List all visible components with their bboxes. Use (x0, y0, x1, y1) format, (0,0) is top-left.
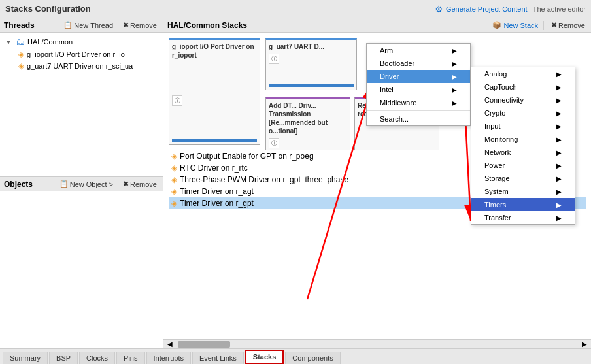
sub-system[interactable]: System ▶ (471, 185, 575, 198)
stacks-panel-header: HAL/Common Stacks 📦 New Stack ✖ Remove (163, 18, 591, 33)
tab-components[interactable]: Components (285, 352, 340, 364)
sub-storage-arrow: ▶ (556, 175, 562, 182)
tab-components-label: Components (292, 354, 333, 362)
ctx-intel[interactable]: Intel ▶ (367, 83, 470, 96)
list-label-rtc: RTC Driver on r_rtc (180, 163, 248, 173)
folder-icon: 🗂 (16, 37, 25, 47)
horizontal-scrollbar[interactable]: ◀ ▶ (163, 339, 591, 348)
sub-transfer[interactable]: Transfer ▶ (471, 211, 575, 224)
component-icon: ◈ (18, 50, 24, 59)
new-thread-button[interactable]: 📋 New Thread (61, 20, 115, 30)
stack-card-ioport[interactable]: g_ioport I/O Port Driver on r_ioport ⓘ (169, 38, 260, 145)
threads-title: Threads (4, 21, 35, 30)
ctx-search-label: Search... (380, 115, 409, 123)
tree-item-halcommon[interactable]: ▼ 🗂 HAL/Common (3, 35, 160, 48)
remove-thread-button[interactable]: ✖ Remove (121, 20, 159, 30)
tab-summary[interactable]: Summary (3, 352, 48, 364)
tree-item-uart[interactable]: ◈ g_uart7 UART Driver on r_sci_ua (16, 60, 160, 72)
stack-card-uart[interactable]: g_uart7 UART D... ⓘ (265, 38, 357, 90)
middle-panel: HAL/Common Stacks 📦 New Stack ✖ Remove g… (163, 18, 591, 348)
tab-clocks-label: Clocks (86, 354, 108, 362)
tree-label-ioport: g_ioport I/O Port Driver on r_io (27, 50, 125, 58)
threads-actions: 📋 New Thread ✖ Remove (61, 20, 159, 30)
sub-analog-label: Analog (484, 70, 507, 78)
tx-info-btn[interactable]: ⓘ (269, 138, 279, 148)
threads-panel-header: Threads 📋 New Thread ✖ Remove (0, 18, 163, 33)
scroll-right-btn[interactable]: ▶ (578, 340, 591, 348)
sub-monitoring[interactable]: Monitoring ▶ (471, 133, 575, 146)
sub-power[interactable]: Power ▶ (471, 159, 575, 172)
sub-connectivity[interactable]: Connectivity ▶ (471, 93, 575, 107)
tab-pins-label: Pins (124, 354, 137, 362)
sub-system-label: System (484, 188, 509, 195)
sub-connectivity-label: Connectivity (484, 96, 524, 104)
new-stack-button[interactable]: 📦 New Stack (492, 21, 538, 29)
left-panel: Threads 📋 New Thread ✖ Remove ▼ 🗂 HAL/Co… (0, 18, 163, 348)
uart-progress (269, 84, 354, 87)
separator (118, 21, 118, 30)
sub-transfer-label: Transfer (484, 214, 511, 222)
remove-stack-button[interactable]: ✖ Remove (549, 20, 587, 30)
remove-object-button[interactable]: ✖ Remove (121, 179, 159, 189)
sub-captouch-arrow: ▶ (556, 84, 562, 91)
ctx-arm[interactable]: Arm ▶ (367, 44, 470, 57)
ctx-search[interactable]: Search... (367, 112, 470, 125)
sep3 (543, 21, 544, 30)
sub-input-label: Input (484, 122, 500, 130)
tree-item-ioport[interactable]: ◈ g_ioport I/O Port Driver on r_io (16, 48, 160, 60)
ctx-driver-arrow: ▶ (452, 73, 457, 80)
ctx-middleware[interactable]: Middleware ▶ (367, 96, 470, 109)
scroll-left-btn[interactable]: ◀ (163, 340, 177, 348)
tree-label-uart: g_uart7 UART Driver on r_sci_ua (27, 62, 133, 70)
ctx-bootloader[interactable]: Bootloader ▶ (367, 57, 470, 70)
ctx-middleware-arrow: ▶ (452, 99, 457, 107)
tab-event-links[interactable]: Event Links (192, 352, 244, 364)
list-icon-agt: ◈ (171, 187, 177, 196)
new-obj-icon: 📋 (59, 180, 69, 188)
ctx-separator (367, 110, 470, 111)
driver-submenu: Analog ▶ CapTouch ▶ Connectivity ▶ Crypt… (471, 67, 575, 225)
tab-interrupts-label: Interrupts (154, 354, 184, 362)
top-bar-right: ⚙ Generate Project Content The active ed… (435, 4, 586, 14)
ctx-driver[interactable]: Driver ▶ (367, 70, 470, 83)
new-object-button[interactable]: 📋 New Object > (58, 179, 115, 189)
objects-actions: 📋 New Object > ✖ Remove (58, 179, 159, 189)
tab-clocks[interactable]: Clocks (79, 352, 115, 364)
separator2 (118, 180, 118, 189)
stack-card-ioport-title: g_ioport I/O Port Driver on r_ioport (172, 42, 257, 59)
expand-icon: ▼ (5, 39, 13, 46)
sub-storage[interactable]: Storage ▶ (471, 172, 575, 185)
list-icon-rgt: ◈ (171, 199, 177, 208)
active-editor-label: The active editor (533, 5, 586, 13)
sub-input-arrow: ▶ (556, 123, 562, 130)
sub-network[interactable]: Network ▶ (471, 146, 575, 159)
ctx-bootloader-arrow: ▶ (452, 60, 457, 67)
bottom-tabs: Summary BSP Clocks Pins Interrupts Event… (0, 348, 591, 364)
stacks-actions: 📦 New Stack ✖ Remove (492, 20, 587, 30)
list-label-rgt: Timer Driver on r_gpt (180, 199, 254, 208)
uart-info-btn[interactable]: ⓘ (269, 54, 279, 64)
sub-captouch[interactable]: CapTouch ▶ (471, 80, 575, 93)
objects-tree-area (1, 193, 161, 254)
stack-card-transmission[interactable]: Add DT... Driv... Transmission [Re...mme… (265, 97, 350, 150)
sub-monitoring-arrow: ▶ (556, 136, 562, 143)
sub-crypto[interactable]: Crypto ▶ (471, 107, 575, 120)
tab-stacks[interactable]: Stacks (245, 350, 284, 364)
sub-timers[interactable]: Timers ▶ (471, 198, 575, 211)
tab-pins[interactable]: Pins (116, 352, 144, 364)
sub-analog[interactable]: Analog ▶ (471, 67, 575, 80)
generate-project-content-button[interactable]: ⚙ Generate Project Content (435, 4, 528, 14)
page-title: Stacks Configuration (5, 4, 91, 14)
sub-network-label: Network (484, 148, 511, 156)
sub-power-label: Power (484, 161, 505, 169)
list-label-agt: Timer Driver on r_agt (180, 187, 254, 196)
primary-context-menu: Arm ▶ Bootloader ▶ Driver ▶ Intel ▶ Midd… (366, 43, 471, 126)
ioport-info-btn[interactable]: ⓘ (172, 95, 182, 106)
scroll-thumb[interactable] (178, 341, 230, 348)
sub-timers-arrow: ▶ (556, 201, 562, 208)
ctx-intel-label: Intel (380, 86, 394, 93)
tab-bsp[interactable]: BSP (49, 352, 78, 364)
sub-input[interactable]: Input ▶ (471, 120, 575, 133)
tab-interrupts[interactable]: Interrupts (146, 352, 191, 364)
tree-label-halcommon: HAL/Common (27, 38, 73, 46)
